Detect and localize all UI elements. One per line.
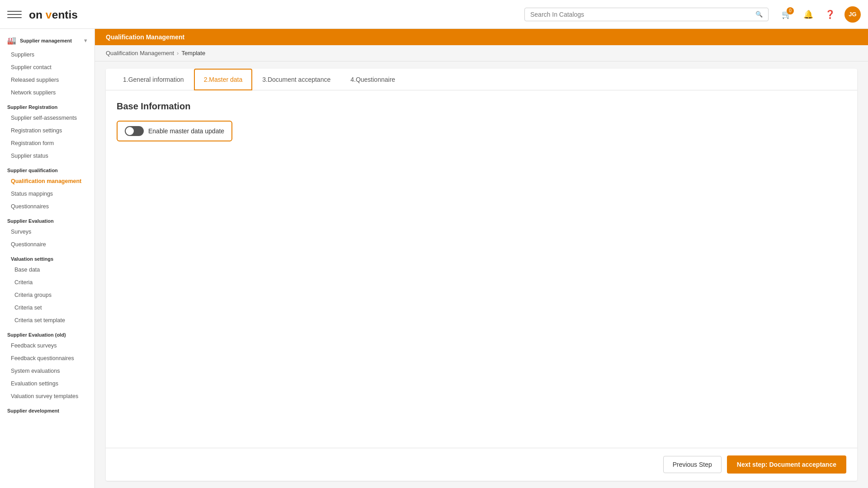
footer-bar: Previous Step Next step: Document accept… <box>106 448 857 481</box>
sidebar-item-criteria-set[interactable]: Criteria set <box>0 301 94 314</box>
logo: on v entis <box>29 6 92 23</box>
cart-icon[interactable]: 🛒 0 <box>779 7 794 22</box>
sidebar-item-evaluation-settings[interactable]: Evaluation settings <box>0 377 94 390</box>
sidebar-item-network-suppliers[interactable]: Network suppliers <box>0 86 94 99</box>
cart-badge: 0 <box>787 7 794 14</box>
sidebar-item-questionnaires[interactable]: Questionnaires <box>0 200 94 213</box>
main-layout: 🏭 Supplier management ▾ Suppliers Suppli… <box>0 29 868 488</box>
supplier-qualification-label: Supplier qualification <box>0 162 94 175</box>
top-header: on v entis 🔍 🛒 0 🔔 ❓ JG <box>0 0 868 29</box>
tab-general-information[interactable]: 1.General information <box>113 69 194 90</box>
breadcrumb-separator: › <box>177 50 179 56</box>
sidebar-item-self-assessments[interactable]: Supplier self-assessments <box>0 112 94 124</box>
search-bar: 🔍 <box>524 8 769 21</box>
sidebar-item-status-mappings[interactable]: Status mappings <box>0 188 94 200</box>
sidebar-item-base-data[interactable]: Base data <box>0 263 94 276</box>
enable-master-data-toggle-row[interactable]: Enable master data update <box>117 121 232 141</box>
user-avatar[interactable]: JG <box>844 6 861 23</box>
sidebar-item-criteria-set-template[interactable]: Criteria set template <box>0 314 94 327</box>
sidebar-item-suppliers[interactable]: Suppliers <box>0 48 94 61</box>
supplier-management-icon: 🏭 <box>7 36 16 45</box>
sidebar-item-feedback-surveys[interactable]: Feedback surveys <box>0 339 94 352</box>
supplier-evaluation-old-label: Supplier Evaluation (old) <box>0 327 94 339</box>
section-title: Base Information <box>117 101 846 112</box>
svg-text:on: on <box>29 8 42 20</box>
tab-questionnaire[interactable]: 4.Questionnaire <box>340 69 405 90</box>
sidebar-item-supplier-contact[interactable]: Supplier contact <box>0 61 94 74</box>
help-icon[interactable]: ❓ <box>823 7 837 22</box>
sidebar-item-released-suppliers[interactable]: Released suppliers <box>0 74 94 86</box>
sidebar-item-valuation-survey-templates[interactable]: Valuation survey templates <box>0 390 94 403</box>
breadcrumb-current: Template <box>181 50 205 56</box>
tab-document-acceptance[interactable]: 3.Document acceptance <box>252 69 340 90</box>
hamburger-button[interactable] <box>7 7 22 22</box>
svg-text:entis: entis <box>52 8 78 20</box>
sidebar-item-criteria-groups[interactable]: Criteria groups <box>0 289 94 301</box>
sidebar-item-qualification-management[interactable]: Qualification management <box>0 175 94 188</box>
next-step-button[interactable]: Next step: Document acceptance <box>727 455 846 474</box>
content-area: Qualification Management Qualification M… <box>95 29 868 488</box>
sidebar-item-system-evaluations[interactable]: System evaluations <box>0 365 94 377</box>
supplier-management-label: Supplier management <box>20 38 72 43</box>
header-icons: 🛒 0 🔔 ❓ JG <box>779 6 861 23</box>
sidebar: 🏭 Supplier management ▾ Suppliers Suppli… <box>0 29 95 488</box>
previous-step-button[interactable]: Previous Step <box>663 456 722 473</box>
sidebar-item-registration-settings[interactable]: Registration settings <box>0 124 94 137</box>
sidebar-item-feedback-questionnaires[interactable]: Feedback questionnaires <box>0 352 94 365</box>
sidebar-item-questionnaire[interactable]: Questionnaire <box>0 238 94 251</box>
breadcrumb: Qualification Management › Template <box>95 45 868 61</box>
supplier-registration-label: Supplier Registration <box>0 99 94 112</box>
sidebar-item-surveys[interactable]: Surveys <box>0 225 94 238</box>
breadcrumb-parent[interactable]: Qualification Management <box>106 50 174 56</box>
search-icon[interactable]: 🔍 <box>755 11 763 18</box>
tab-bar: 1.General information 2.Master data 3.Do… <box>106 69 857 90</box>
orange-top-bar: Qualification Management <box>95 29 868 45</box>
supplier-management-section: 🏭 Supplier management ▾ <box>0 33 94 48</box>
supplier-evaluation-label: Supplier Evaluation <box>0 213 94 225</box>
toggle-switch[interactable] <box>125 126 144 136</box>
valuation-settings-label: Valuation settings <box>0 251 94 263</box>
sidebar-item-registration-form[interactable]: Registration form <box>0 137 94 150</box>
sidebar-item-criteria[interactable]: Criteria <box>0 276 94 289</box>
toggle-knob <box>126 127 134 135</box>
search-input[interactable] <box>530 11 752 18</box>
main-card: 1.General information 2.Master data 3.Do… <box>106 69 857 481</box>
tab-master-data[interactable]: 2.Master data <box>194 69 253 90</box>
toggle-label: Enable master data update <box>148 127 224 135</box>
page-title: Qualification Management <box>106 33 184 41</box>
svg-text:v: v <box>46 8 52 20</box>
chevron-down-icon: ▾ <box>84 37 87 44</box>
notification-icon[interactable]: 🔔 <box>801 7 816 22</box>
supplier-development-label: Supplier development <box>0 403 94 415</box>
sidebar-item-supplier-status[interactable]: Supplier status <box>0 150 94 162</box>
content-body: Base Information Enable master data upda… <box>106 90 857 448</box>
